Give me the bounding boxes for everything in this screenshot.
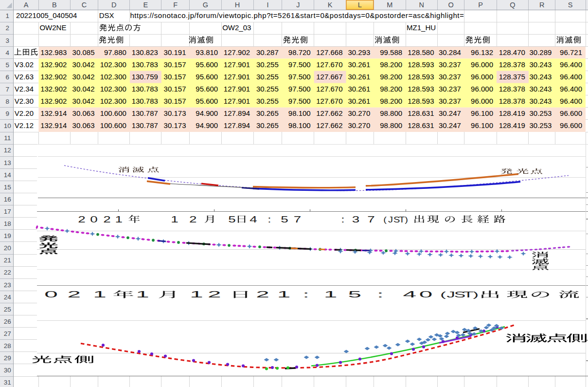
svg-text:12: 12 — [4, 147, 11, 154]
svg-text:20: 20 — [4, 244, 11, 252]
svg-text:98.200: 98.200 — [380, 60, 402, 69]
svg-text:128.378: 128.378 — [499, 85, 525, 93]
svg-text:1: 1 — [136, 290, 149, 299]
svg-text:3: 3 — [5, 37, 9, 44]
svg-text:19: 19 — [4, 232, 11, 240]
svg-text:30.157: 30.157 — [164, 73, 186, 81]
svg-text:30.270: 30.270 — [348, 121, 370, 129]
svg-text:2: 2 — [5, 24, 9, 32]
svg-text:128.631: 128.631 — [408, 109, 434, 117]
svg-text:127.670: 127.670 — [316, 97, 342, 105]
svg-text:6: 6 — [5, 74, 9, 81]
svg-text:DSX: DSX — [99, 11, 114, 19]
svg-text:127.670: 127.670 — [316, 85, 342, 93]
svg-text:https://sonotaco.jp/forum/view: https://sonotaco.jp/forum/viewtopic.php?… — [130, 11, 464, 19]
svg-text:30.243: 30.243 — [530, 73, 552, 81]
svg-text:98.800: 98.800 — [380, 121, 402, 129]
svg-text:30.255: 30.255 — [256, 97, 279, 105]
svg-text:30.261: 30.261 — [348, 60, 370, 69]
svg-text:25: 25 — [4, 306, 11, 313]
svg-text:128.419: 128.419 — [499, 121, 525, 129]
svg-text:30.255: 30.255 — [256, 73, 279, 81]
svg-text:128.631: 128.631 — [408, 121, 434, 129]
svg-text:30.253: 30.253 — [530, 121, 552, 129]
svg-text::: : — [303, 290, 309, 299]
svg-text:30.237: 30.237 — [439, 60, 461, 69]
svg-text:V2.63: V2.63 — [15, 73, 34, 81]
svg-text:2: 2 — [256, 290, 269, 299]
svg-text::: : — [377, 290, 384, 299]
svg-text:10: 10 — [4, 122, 11, 129]
svg-text:128.593: 128.593 — [408, 97, 434, 105]
svg-text:96.400: 96.400 — [560, 60, 582, 69]
svg-text:127.894: 127.894 — [224, 109, 250, 117]
svg-text:1: 1 — [115, 214, 123, 224]
svg-text:96.000: 96.000 — [471, 97, 493, 105]
svg-text:127.894: 127.894 — [224, 121, 250, 129]
svg-text:1: 1 — [171, 214, 178, 224]
svg-text:98.200: 98.200 — [380, 97, 402, 105]
svg-text:V2.30: V2.30 — [15, 97, 34, 105]
svg-text:18: 18 — [4, 220, 11, 227]
svg-text:96.000: 96.000 — [471, 85, 493, 93]
svg-text:30: 30 — [4, 367, 11, 374]
svg-text:127.662: 127.662 — [316, 109, 342, 117]
svg-text:11: 11 — [4, 134, 11, 142]
svg-text:30.255: 30.255 — [256, 85, 279, 93]
svg-text:13: 13 — [4, 159, 11, 166]
svg-text:): ) — [405, 215, 408, 224]
svg-text:(: ( — [383, 215, 387, 224]
svg-text:30.042: 30.042 — [72, 85, 95, 93]
svg-text:128.593: 128.593 — [408, 60, 434, 69]
svg-text:O: O — [448, 1, 454, 9]
svg-text:30.085: 30.085 — [72, 48, 95, 56]
svg-text:M: M — [387, 1, 392, 9]
svg-text:2: 2 — [189, 214, 197, 224]
svg-text:127.901: 127.901 — [224, 97, 250, 105]
svg-text:99.588: 99.588 — [380, 48, 402, 56]
svg-text:V3.02: V3.02 — [15, 60, 34, 69]
svg-text:30.289: 30.289 — [530, 48, 552, 56]
svg-text:130.783: 130.783 — [132, 60, 158, 69]
svg-text:30.284: 30.284 — [439, 48, 461, 56]
svg-text:97.880: 97.880 — [104, 48, 126, 56]
svg-text:2: 2 — [68, 290, 81, 299]
svg-text:7: 7 — [294, 214, 302, 224]
svg-text:5: 5 — [348, 290, 361, 299]
svg-text:F: F — [173, 1, 178, 9]
svg-text::: : — [341, 214, 345, 224]
svg-text:95.600: 95.600 — [196, 60, 218, 69]
svg-text:96.600: 96.600 — [560, 121, 582, 129]
svg-text:127.901: 127.901 — [224, 60, 250, 69]
svg-text:30.063: 30.063 — [72, 121, 95, 129]
svg-text:I: I — [267, 1, 268, 9]
svg-text:130.783: 130.783 — [132, 85, 158, 93]
svg-text:130.783: 130.783 — [132, 97, 158, 105]
svg-text:20221005_040504: 20221005_040504 — [16, 11, 77, 19]
svg-text:V2.20: V2.20 — [15, 109, 34, 117]
svg-text:8: 8 — [5, 98, 9, 105]
svg-text:130.823: 130.823 — [132, 48, 158, 56]
svg-text:102.300: 102.300 — [100, 73, 126, 81]
svg-text:30.247: 30.247 — [439, 121, 461, 129]
svg-text:30.293: 30.293 — [348, 48, 370, 56]
svg-text:30.243: 30.243 — [530, 85, 552, 93]
svg-text:98.200: 98.200 — [380, 73, 402, 81]
svg-text:30.261: 30.261 — [348, 73, 370, 81]
svg-text:95.600: 95.600 — [196, 97, 218, 105]
svg-text:E: E — [143, 1, 148, 9]
svg-text:100.600: 100.600 — [100, 109, 126, 117]
svg-text:132.902: 132.902 — [40, 85, 67, 93]
svg-text:K: K — [328, 1, 333, 9]
svg-text:96.000: 96.000 — [471, 60, 493, 69]
svg-text:1: 1 — [5, 12, 9, 19]
svg-text:4: 4 — [403, 290, 417, 299]
svg-text:28: 28 — [4, 342, 11, 350]
svg-text:132.914: 132.914 — [40, 121, 67, 129]
svg-text:95.600: 95.600 — [196, 73, 218, 81]
svg-text:23: 23 — [4, 281, 11, 289]
svg-text:N: N — [419, 1, 424, 9]
svg-text:27: 27 — [4, 330, 11, 337]
svg-text:26: 26 — [4, 318, 11, 325]
svg-text:130.759: 130.759 — [132, 73, 158, 81]
